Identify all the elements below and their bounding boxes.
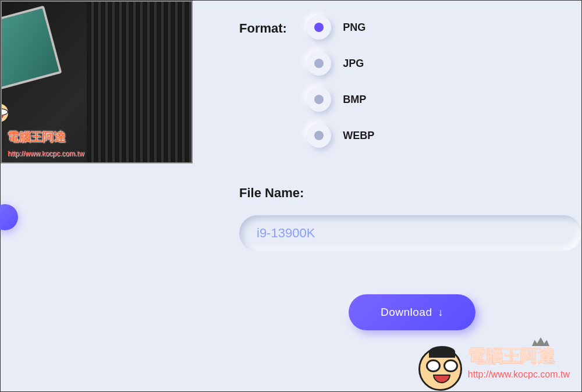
filename-section: File Name: (239, 186, 581, 251)
download-arrow-icon: ↓ (438, 307, 444, 319)
radio-item-jpg[interactable]: JPG (307, 51, 374, 76)
radio-item-bmp[interactable]: BMP (307, 87, 374, 112)
cpu-chip-graphic (1, 6, 62, 91)
image-watermark-url: http://www.kocpc.com.tw (8, 149, 84, 158)
radio-button[interactable] (307, 15, 331, 40)
radio-item-png[interactable]: PNG (307, 15, 374, 40)
image-preview: 電腦王阿達 http://www.kocpc.com.tw (1, 1, 193, 163)
radio-button[interactable] (307, 51, 331, 76)
watermark-url: http://www.kocpc.com.tw (468, 369, 570, 380)
cartoon-avatar-icon (1, 103, 9, 123)
radio-label: WEBP (343, 130, 374, 142)
radio-label: PNG (343, 22, 365, 34)
watermark-text: 電腦王阿達 (468, 344, 570, 368)
app-container: 電腦王阿達 http://www.kocpc.com.tw Format: PN… (0, 0, 582, 392)
cartoon-avatar-icon (418, 347, 462, 391)
radio-dot-icon (314, 131, 324, 140)
radio-button[interactable] (307, 87, 331, 112)
format-label: Format: (239, 21, 287, 36)
format-radio-group: PNG JPG BMP WEBP (307, 15, 374, 159)
download-button[interactable]: Download ↓ (349, 294, 475, 330)
decorative-circle (0, 204, 18, 230)
radio-dot-icon (314, 95, 324, 104)
crown-icon (532, 337, 549, 346)
motherboard-texture (87, 2, 191, 162)
radio-dot-icon (314, 59, 324, 68)
filename-input[interactable] (239, 215, 581, 251)
format-section: Format: PNG JPG BMP WEBP (239, 15, 581, 159)
filename-label: File Name: (239, 186, 581, 201)
radio-dot-icon (314, 23, 324, 32)
page-watermark: 電腦王阿達 http://www.kocpc.com.tw (468, 344, 570, 380)
download-label: Download (381, 306, 432, 319)
radio-item-webp[interactable]: WEBP (307, 123, 374, 148)
image-watermark-text: 電腦王阿達 (8, 129, 66, 145)
radio-label: JPG (343, 58, 364, 70)
radio-label: BMP (343, 94, 366, 106)
radio-button[interactable] (307, 123, 331, 148)
